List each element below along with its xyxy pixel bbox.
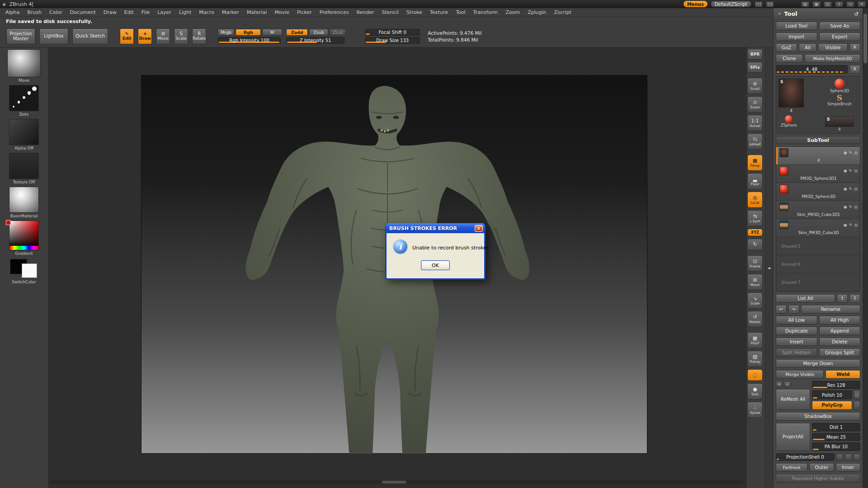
zsphere-slot[interactable]: ZSphere — [781, 115, 797, 128]
polygrp-border-toggle[interactable] — [854, 401, 860, 410]
stroke-selector[interactable]: Dots — [9, 85, 39, 117]
res-slider[interactable]: Res 128 — [812, 381, 860, 389]
goz-r-button[interactable]: R — [849, 43, 860, 52]
local-button[interactable]: ◎ Local — [747, 192, 763, 208]
texture-thumbnail[interactable] — [9, 153, 39, 179]
move-view-button[interactable]: ⊞ Move — [747, 274, 763, 290]
eye-icon[interactable]: ◉ — [844, 169, 847, 173]
default-zscript-button[interactable]: DefaultZScript — [711, 1, 751, 7]
menu-picker[interactable]: Picker — [297, 9, 312, 15]
material-selector[interactable]: BasicMaterial — [9, 187, 39, 218]
weld-button[interactable]: Weld — [826, 370, 860, 379]
mean-slider[interactable]: Mean 25 — [812, 433, 860, 441]
duplicate-button[interactable]: Duplicate — [776, 327, 817, 335]
persp-button[interactable]: ▦ Persp — [747, 155, 763, 171]
minimize-icon[interactable]: ▭ — [846, 1, 854, 7]
menu-color[interactable]: Color — [49, 9, 62, 15]
draw-mode-button[interactable]: + Draw — [138, 28, 152, 44]
move-mode-button[interactable]: ⊞ Move — [156, 28, 170, 44]
zoom-button[interactable]: ⊙ Zoom — [747, 96, 763, 113]
menu-brush[interactable]: Brush — [27, 9, 42, 15]
alpha-selector[interactable]: Alpha Off — [9, 119, 39, 150]
zsub-button[interactable]: Zsub — [309, 29, 328, 36]
scale-view-button[interactable]: ↘ Scale — [747, 292, 763, 309]
eye-icon[interactable]: ◉ — [844, 223, 847, 227]
projection-master-button[interactable]: Projection Master — [6, 28, 35, 44]
subtool-copy-button[interactable]: ↩ — [776, 305, 787, 314]
actual-size-button[interactable]: 1:1 Actual — [747, 115, 763, 131]
rotate-mode-button[interactable]: R Rotate — [192, 28, 206, 44]
switch-color-thumbnail[interactable] — [9, 258, 39, 279]
texture-selector[interactable]: Texture Off — [9, 153, 39, 184]
goz-visible-button[interactable]: Visible — [818, 43, 848, 52]
rgb-intensity-slider[interactable]: Rgb Intensity 100 — [218, 37, 281, 44]
delete-button[interactable]: Delete — [819, 338, 861, 346]
canvas-hscroll-handle[interactable] — [382, 481, 406, 483]
secondary-color-swatch[interactable] — [22, 263, 37, 278]
shell-y-toggle[interactable] — [845, 454, 852, 460]
farthest-button[interactable]: Farthest — [776, 463, 807, 472]
menu-edit[interactable]: Edit — [124, 9, 134, 15]
rgb-button[interactable]: Rgb — [236, 29, 261, 36]
list-all-button[interactable]: List All — [776, 294, 835, 303]
remesh-smooth-icon[interactable]: ≈ — [784, 381, 791, 388]
dialog-ok-button[interactable]: OK — [421, 260, 450, 270]
ring-icon[interactable]: ◎ — [854, 223, 858, 227]
shell-x-toggle[interactable] — [836, 454, 843, 460]
menu-preferences[interactable]: Preferences — [320, 9, 349, 15]
record-r-button[interactable]: R — [849, 65, 860, 74]
floor-button[interactable]: ▃ Floor — [747, 173, 763, 189]
z-intensity-slider[interactable]: Z Intensity 51 — [286, 37, 344, 44]
menu-render[interactable]: Render — [356, 9, 374, 15]
divider-arrows-icon[interactable]: ◂▸ — [768, 266, 771, 270]
polyf-button[interactable]: ▦ PolyF — [747, 332, 763, 348]
brush-thumbnail[interactable] — [7, 49, 41, 77]
export-window-icon[interactable]: ↧ — [835, 1, 843, 7]
panel-divider[interactable]: ◂▸ — [765, 47, 773, 488]
refresh-icon[interactable]: ↺ — [854, 11, 859, 17]
subtool-section-header[interactable]: SubTool — [776, 136, 860, 144]
mrgb-button[interactable]: Mrgb — [218, 29, 234, 36]
subtool-item-unused[interactable]: Unused 7 — [776, 273, 860, 291]
merge-visible-button[interactable]: Merge Visible — [776, 370, 824, 379]
bpr-button[interactable]: BPR — [747, 49, 763, 60]
subtool-up-button[interactable]: ↥ — [837, 294, 848, 303]
frame-button[interactable]: ⊡ Frame — [747, 255, 763, 272]
reproject-higher-subdiv-button[interactable]: Reproject Higher Subdiv — [776, 474, 860, 483]
alpha-thumbnail[interactable] — [9, 119, 39, 145]
all-high-button[interactable]: All High — [819, 316, 861, 324]
menu-texture[interactable]: Texture — [430, 9, 448, 15]
transp-button[interactable]: ▨ Transp — [747, 351, 763, 367]
hue-strip[interactable] — [9, 246, 38, 250]
current-tool-thumbnail[interactable]: S — [778, 79, 804, 108]
menu-tool[interactable]: Tool — [456, 9, 465, 15]
quick-sketch-button[interactable]: Quick Sketch — [72, 28, 108, 44]
goz-button[interactable]: GoZ — [776, 43, 797, 52]
menus-button[interactable]: Menus — [684, 1, 708, 7]
tool-panel-scrollbar-handle[interactable] — [863, 14, 867, 63]
remesh-symmetry-icon[interactable]: ∗ — [776, 381, 783, 388]
menu-draw[interactable]: Draw — [104, 9, 117, 15]
sphere3d-thumbnail[interactable] — [835, 79, 844, 89]
merge-down-button[interactable]: Merge Down — [776, 359, 860, 368]
xyz-button[interactable]: XYZ — [747, 229, 763, 236]
menu-material[interactable]: Material — [247, 9, 267, 15]
append-button[interactable]: Append — [819, 327, 861, 335]
rename-button[interactable]: Rename — [801, 305, 860, 314]
pa-blur-slider[interactable]: PA Blur 10 — [812, 442, 860, 451]
xpose-button[interactable]: ∴ Xpose — [747, 402, 763, 418]
subtool-item-unused[interactable]: Unused 6 — [776, 255, 860, 273]
grid-icon[interactable]: ▦ — [812, 1, 821, 7]
shell-z-toggle[interactable] — [854, 454, 860, 460]
panels-icon[interactable]: ◫ — [824, 1, 832, 7]
load-tool-button[interactable]: Load Tool — [776, 22, 817, 30]
menu-alpha[interactable]: Alpha — [5, 9, 19, 15]
make-polymesh3d-button[interactable]: Make PolyMesh3D — [805, 54, 860, 63]
pencil-icon[interactable]: ✎ — [849, 150, 853, 155]
groups-split-button[interactable]: Groups Split — [819, 348, 861, 357]
menu-zoom[interactable]: Zoom — [505, 9, 520, 15]
pencil-icon[interactable]: ✎ — [849, 223, 853, 227]
menu-transform[interactable]: Transform — [473, 9, 498, 15]
polygrp-button[interactable]: PolyGrp — [812, 401, 852, 410]
mesh-thumbnail[interactable]: S — [825, 116, 854, 127]
